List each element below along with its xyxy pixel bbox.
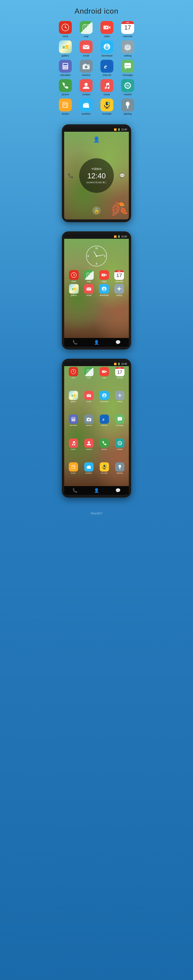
full-app-download[interactable]: download [97,391,112,414]
svg-rect-140 [72,465,74,468]
svg-point-26 [64,68,64,69]
svg-point-119 [72,420,73,421]
icon-item-gallery[interactable]: gallery [57,40,73,57]
full-books-icon [69,462,78,471]
full-app-weather[interactable]: weather [81,462,96,485]
icon-item-books[interactable]: books [57,99,73,115]
nav-message-icon[interactable]: 💬 [115,340,121,345]
icon-item-recorder[interactable]: recorder [99,99,115,115]
lock-circle: 中国移动 12:40 2013年07月23日 周二 [79,158,114,193]
user-avatar-icon: 👤 [93,136,100,143]
home-app-gallery[interactable]: gallery [67,284,81,296]
icon-item-email[interactable]: email [78,40,94,57]
icon-item-map[interactable]: map [78,21,94,38]
icon-item-phone[interactable]: phone [57,79,73,96]
calendar-label: calendar [123,35,132,38]
full-app-calendar[interactable]: JUL 17 calendar [112,367,127,390]
nav-contact-icon[interactable]: 👤 [94,340,99,345]
home-gallery-label: gallery [71,294,77,296]
clock-num-3: 3 [104,255,105,258]
icon-item-internet[interactable]: e internet [99,60,115,76]
clock-icon [59,21,72,34]
recorder-icon [100,99,113,111]
phone-lockscreen: 📶 🔋 12:40 👤 中国移动 12:40 2013年07月23日 周二 📞 [62,124,131,222]
home-app-clock[interactable]: clock [67,270,81,283]
svg-marker-8 [108,26,110,29]
full-app-calculator[interactable]: calculator [66,415,81,438]
home-cal-header: JUL [114,270,124,272]
icon-item-lighting[interactable]: lighting [120,99,136,115]
home-app-video[interactable]: video [97,270,111,283]
wifi-status: 📶 [114,128,116,131]
icon-item-calculator[interactable]: calculator [57,60,73,76]
full-app-email[interactable]: email [81,391,96,414]
home-clock-icon [69,270,79,280]
svg-point-135 [88,441,90,444]
svg-rect-143 [74,465,75,469]
icon-item-video[interactable]: video [99,21,115,38]
icon-item-message[interactable]: message [120,60,136,76]
svg-point-84 [118,288,120,290]
full-app-camera[interactable]: camera [81,415,96,438]
icon-item-calendar[interactable]: JUL 17 calendar [120,21,136,38]
full-app-music[interactable]: music [66,439,81,461]
svg-rect-146 [87,468,91,469]
icon-item-clock[interactable]: clock [57,21,73,38]
svg-point-39 [85,83,88,86]
icon-item-download[interactable]: download [99,40,115,57]
calendar-number: 17 [121,24,134,31]
nav-phone-icon[interactable]: 📞 [72,340,78,345]
icon-item-camera[interactable]: camera [78,60,94,76]
lock-date: 2013年07月23日 周二 [86,181,107,184]
full-app-market[interactable]: market [112,439,127,461]
lockscreen-bg: 👤 中国移动 12:40 2013年07月23日 周二 📞 💬 🍂 � [64,132,129,220]
full-app-recorder[interactable]: recorder [97,462,112,485]
svg-marker-73 [105,274,107,276]
full-app-clock[interactable]: clock [66,367,81,390]
full-nav-message-icon[interactable]: 💬 [115,488,121,493]
icon-item-market[interactable]: market [120,79,136,96]
svg-rect-62 [127,107,129,108]
icon-item-setting[interactable]: setting [120,40,136,57]
icon-item-contact[interactable]: contact [78,79,94,96]
full-app-books[interactable]: books [66,462,81,485]
full-nav-contact-icon[interactable]: 👤 [94,488,99,493]
home-app-calendar[interactable]: JUL 17 calendar [112,270,126,283]
home-app-download[interactable]: download [97,284,111,296]
full-nav-phone-icon[interactable]: 📞 [72,488,78,493]
home-cal-num: 17 [114,272,124,279]
icon-item-weather[interactable]: weather [78,99,94,115]
calendar-header: JUL [121,21,134,24]
full-app-internet[interactable]: e internet [97,415,112,438]
full-app-video[interactable]: video [97,367,112,390]
icon-item-music[interactable]: music [99,79,115,96]
setting-icon [121,40,134,53]
phone-homescreen: 📶 🔋 12:40 12 3 6 9 [62,231,131,350]
fullscreen-content: 📶 🔋 12:40 clock map [64,361,129,495]
home-app-map[interactable]: map [82,270,96,283]
svg-point-129 [120,418,120,419]
full-app-gallery[interactable]: gallery [66,391,81,414]
svg-point-120 [73,420,73,421]
carrier-text: 中国移动 [91,167,102,171]
internet-label: internet [103,73,111,76]
full-app-contact[interactable]: contact [81,439,96,461]
svg-point-109 [119,395,120,396]
svg-rect-11 [62,46,65,49]
full-calculator-icon [69,415,78,424]
home-app-setting[interactable]: setting [112,284,126,296]
contact-icon [80,79,93,92]
svg-point-134 [74,444,75,445]
full-map-icon [84,367,94,376]
svg-point-128 [118,418,119,419]
full-app-lighting[interactable]: lighting [112,462,127,485]
full-app-setting[interactable]: setting [112,391,127,414]
home-app-email[interactable]: email [82,284,96,296]
full-market-icon [115,439,124,448]
full-app-map[interactable]: map [81,367,96,390]
map-label: map [84,35,88,38]
full-app-message[interactable]: message [112,415,127,438]
homescreen-time: 12:40 [121,235,127,238]
full-download-icon [100,391,109,400]
full-app-phone[interactable]: phone [97,439,112,461]
